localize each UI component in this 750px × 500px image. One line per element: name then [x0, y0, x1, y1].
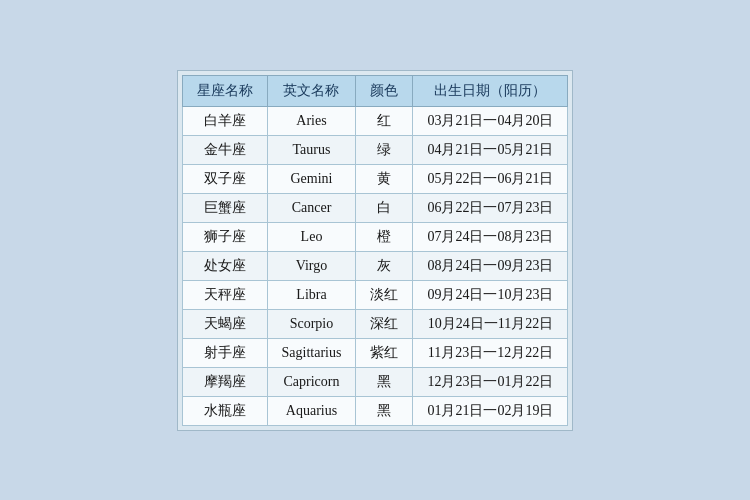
- table-cell: 处女座: [182, 251, 267, 280]
- table-header-row: 星座名称 英文名称 颜色 出生日期（阳历）: [182, 75, 568, 106]
- table-row: 射手座Sagittarius紫红11月23日一12月22日: [182, 338, 568, 367]
- col-header-chinese-name: 星座名称: [182, 75, 267, 106]
- table-row: 天秤座Libra淡红09月24日一10月23日: [182, 280, 568, 309]
- table-cell: Virgo: [267, 251, 356, 280]
- table-row: 白羊座Aries红03月21日一04月20日: [182, 106, 568, 135]
- zodiac-table: 星座名称 英文名称 颜色 出生日期（阳历） 白羊座Aries红03月21日一04…: [182, 75, 569, 426]
- zodiac-table-container: 星座名称 英文名称 颜色 出生日期（阳历） 白羊座Aries红03月21日一04…: [177, 70, 574, 431]
- table-cell: 紫红: [356, 338, 413, 367]
- table-cell: 06月22日一07月23日: [413, 193, 568, 222]
- table-cell: 白: [356, 193, 413, 222]
- table-cell: 狮子座: [182, 222, 267, 251]
- col-header-birthdate: 出生日期（阳历）: [413, 75, 568, 106]
- table-cell: Sagittarius: [267, 338, 356, 367]
- table-row: 狮子座Leo橙07月24日一08月23日: [182, 222, 568, 251]
- col-header-color: 颜色: [356, 75, 413, 106]
- table-cell: 09月24日一10月23日: [413, 280, 568, 309]
- table-cell: 淡红: [356, 280, 413, 309]
- table-cell: 金牛座: [182, 135, 267, 164]
- table-cell: Aries: [267, 106, 356, 135]
- table-cell: 04月21日一05月21日: [413, 135, 568, 164]
- table-cell: 07月24日一08月23日: [413, 222, 568, 251]
- table-row: 处女座Virgo灰08月24日一09月23日: [182, 251, 568, 280]
- table-cell: 12月23日一01月22日: [413, 367, 568, 396]
- table-cell: 03月21日一04月20日: [413, 106, 568, 135]
- table-cell: Aquarius: [267, 396, 356, 425]
- table-cell: 11月23日一12月22日: [413, 338, 568, 367]
- table-cell: 05月22日一06月21日: [413, 164, 568, 193]
- table-cell: Taurus: [267, 135, 356, 164]
- table-cell: Gemini: [267, 164, 356, 193]
- table-cell: Libra: [267, 280, 356, 309]
- table-cell: 摩羯座: [182, 367, 267, 396]
- table-row: 金牛座Taurus绿04月21日一05月21日: [182, 135, 568, 164]
- table-cell: 黄: [356, 164, 413, 193]
- table-row: 水瓶座Aquarius黑01月21日一02月19日: [182, 396, 568, 425]
- table-cell: 黑: [356, 396, 413, 425]
- table-cell: 红: [356, 106, 413, 135]
- table-cell: 白羊座: [182, 106, 267, 135]
- table-cell: 橙: [356, 222, 413, 251]
- table-cell: 绿: [356, 135, 413, 164]
- table-cell: 巨蟹座: [182, 193, 267, 222]
- table-cell: Capricorn: [267, 367, 356, 396]
- table-row: 天蝎座Scorpio深红10月24日一11月22日: [182, 309, 568, 338]
- table-cell: Cancer: [267, 193, 356, 222]
- table-cell: Scorpio: [267, 309, 356, 338]
- table-cell: 10月24日一11月22日: [413, 309, 568, 338]
- table-cell: 双子座: [182, 164, 267, 193]
- table-cell: 水瓶座: [182, 396, 267, 425]
- table-cell: 深红: [356, 309, 413, 338]
- table-cell: 天蝎座: [182, 309, 267, 338]
- table-cell: 天秤座: [182, 280, 267, 309]
- table-cell: Leo: [267, 222, 356, 251]
- table-cell: 灰: [356, 251, 413, 280]
- table-row: 摩羯座Capricorn黑12月23日一01月22日: [182, 367, 568, 396]
- table-cell: 01月21日一02月19日: [413, 396, 568, 425]
- table-row: 双子座Gemini黄05月22日一06月21日: [182, 164, 568, 193]
- table-cell: 08月24日一09月23日: [413, 251, 568, 280]
- table-row: 巨蟹座Cancer白06月22日一07月23日: [182, 193, 568, 222]
- col-header-english-name: 英文名称: [267, 75, 356, 106]
- table-cell: 黑: [356, 367, 413, 396]
- table-cell: 射手座: [182, 338, 267, 367]
